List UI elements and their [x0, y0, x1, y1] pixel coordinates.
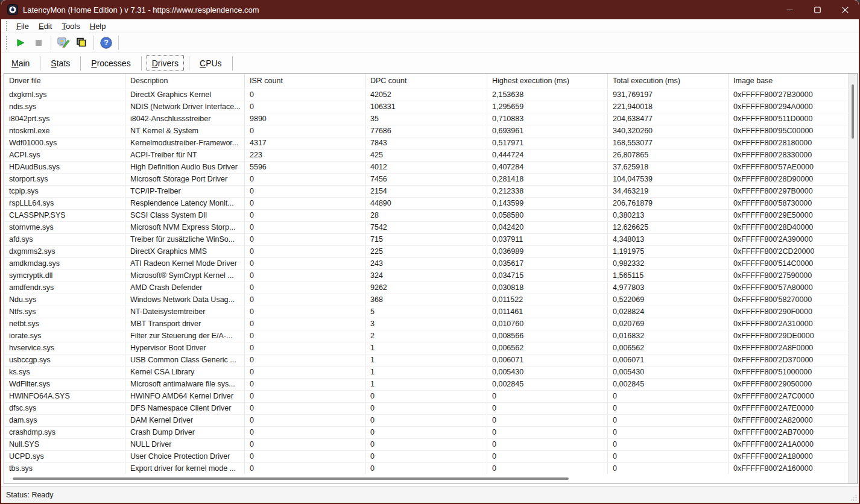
table-cell: UCPD.sys	[4, 451, 125, 462]
menu-item-tools[interactable]: Tools	[57, 20, 84, 32]
table-cell: 7456	[365, 174, 487, 185]
minimize-button[interactable]	[776, 0, 803, 19]
menu-item-edit[interactable]: Edit	[34, 20, 57, 32]
resize-grip-icon[interactable]	[851, 495, 857, 501]
table-row[interactable]: dfsc.sysDFS Namespace Client Driver00000…	[4, 402, 857, 414]
table-row[interactable]: Ntfs.sysNT-Dateisystemtreiber050,0114610…	[4, 306, 857, 318]
table-row[interactable]: ntoskrnl.exeNT Kernel & System0776860,69…	[4, 125, 857, 137]
column-header-description[interactable]: Description	[125, 74, 245, 89]
table-row[interactable]: HDAudBus.sysHigh Definition Audio Bus Dr…	[4, 161, 857, 173]
table-row[interactable]: Ndu.sysWindows Network Data Usag...03680…	[4, 294, 857, 306]
menubar-gripper[interactable]	[6, 21, 9, 31]
help-button[interactable]: ?	[97, 35, 115, 51]
column-header-driver-file[interactable]: Driver file	[4, 74, 125, 89]
tab-processes[interactable]: Processes	[86, 55, 136, 71]
table-cell: dfsc.sys	[4, 403, 125, 414]
vertical-scrollbar-thumb[interactable]	[852, 84, 854, 139]
report-button[interactable]	[72, 35, 90, 51]
toolbar-gripper[interactable]	[6, 36, 9, 49]
table-row[interactable]: ndis.sysNDIS (Network Driver Interface..…	[4, 101, 857, 113]
table-cell: Resplendence Latency Monit...	[125, 198, 245, 209]
table-row[interactable]: storport.sysMicrosoft Storage Port Drive…	[4, 173, 857, 185]
table-cell: Ndu.sys	[4, 294, 125, 306]
table-cell: Microsoft NVM Express Storp...	[125, 222, 245, 233]
table-cell: 0xFFFFF800'2D370000	[729, 354, 857, 366]
table-row[interactable]: dam.sysDAM Kernel Driver00000xFFFFF800'2…	[4, 414, 857, 426]
table-row[interactable]: tcpip.sysTCP/IP-Treiber021540,21233834,4…	[4, 185, 857, 197]
table-cell: 225	[365, 246, 487, 257]
table-row[interactable]: HWiNFO64A.SYSHWiNFO AMD64 Kernel Driver0…	[4, 390, 857, 402]
table-row[interactable]: CLASSPNP.SYSSCSI Class System Dll0280,05…	[4, 209, 857, 221]
table-row[interactable]: netbt.sysMBT Transport driver030,0107600…	[4, 318, 857, 330]
table-row[interactable]: i8042prt.sysi8042-Anschlussstreiber98903…	[4, 113, 857, 125]
menu-item-file[interactable]: File	[11, 20, 34, 32]
table-row[interactable]: hvservice.sysHypervisor Boot Driver010,0…	[4, 342, 857, 354]
tab-cpus[interactable]: CPUs	[194, 55, 227, 71]
table-row[interactable]: crashdmp.sysCrash Dump Driver00000xFFFFF…	[4, 426, 857, 438]
table-row[interactable]: ACPI.sysACPI-Treiber für NT2234250,44472…	[4, 149, 857, 161]
options-button[interactable]	[54, 35, 72, 51]
table-row[interactable]: dxgmms2.sysDirectX Graphics MMS02250,036…	[4, 245, 857, 257]
table-cell: 0xFFFFF800'29DE0000	[729, 330, 857, 342]
titlebar[interactable]: LatencyMon (Home Edition ) v 7.31 - http…	[1, 0, 859, 19]
table-cell: 4012	[365, 162, 487, 173]
table-row[interactable]: Wdf01000.sysKernelmodustreiber-Framewor.…	[4, 137, 857, 149]
table-cell: 1,295659	[487, 101, 608, 113]
table-cell: HDAudBus.sys	[4, 162, 125, 173]
tab-stats[interactable]: Stats	[45, 55, 75, 71]
table-row[interactable]: afd.sysTreiber für zusätzliche WinSo...0…	[4, 233, 857, 245]
table-cell: 0xFFFFF800'2A1A0000	[729, 439, 857, 450]
table-cell: 0	[487, 403, 608, 414]
table-cell: 0,693961	[487, 125, 608, 137]
table-row[interactable]: WdFilter.sysMicrosoft antimalware file s…	[4, 378, 857, 390]
table-cell: 0xFFFFF800'29050000	[729, 379, 857, 390]
table-cell: 0	[245, 270, 365, 282]
tab-drivers[interactable]: Drivers	[147, 55, 184, 71]
tab-separator	[141, 56, 142, 71]
table-row[interactable]: stornvme.sysMicrosoft NVM Express Storp.…	[4, 221, 857, 233]
close-button[interactable]	[831, 0, 859, 19]
table-row[interactable]: ks.sysKernel CSA Library010,0054300,0054…	[4, 366, 857, 378]
table-cell: 0xFFFFF800'2A180000	[729, 451, 857, 462]
column-header-image-base[interactable]: Image base	[729, 74, 857, 89]
table-row[interactable]: UCPD.sysUser Choice Protection Driver000…	[4, 450, 857, 462]
vertical-scrollbar[interactable]	[848, 74, 857, 484]
table-cell: 0xFFFFF800'29E50000	[729, 210, 857, 221]
table-cell: 42052	[365, 89, 487, 101]
column-header-isr-count[interactable]: ISR count	[245, 74, 365, 89]
table-row[interactable]: tbs.sysExport driver for kernel mode ...…	[4, 462, 857, 474]
table-cell: NT Kernel & System	[125, 125, 245, 137]
table-row[interactable]: iorate.sysFilter zur Steuerung der E/A-.…	[4, 330, 857, 342]
table-cell: 0,006562	[487, 342, 608, 354]
horizontal-scrollbar-thumb[interactable]	[13, 477, 569, 480]
column-header-total-execution-ms[interactable]: Total execution (ms)	[608, 74, 729, 89]
horizontal-scrollbar[interactable]	[4, 474, 848, 484]
table-cell: USB Common Class Generic ...	[125, 354, 245, 366]
table-cell: iorate.sys	[4, 330, 125, 342]
stop-icon	[34, 39, 43, 47]
table-row[interactable]: amdfendr.sysAMD Crash Defender092620,030…	[4, 282, 857, 294]
table-row[interactable]: usbccgp.sysUSB Common Class Generic ...0…	[4, 354, 857, 366]
tab-main[interactable]: Main	[6, 55, 35, 71]
table-cell: 7843	[365, 137, 487, 149]
table-cell: 425	[365, 150, 487, 161]
help-icon: ?	[100, 37, 112, 49]
column-header-highest-execution-ms[interactable]: Highest execution (ms)	[487, 74, 608, 89]
table-row[interactable]: symcryptk.dllMicrosoft® SymCrypt Kernel …	[4, 269, 857, 282]
table-cell: 0xFFFFF800'2A160000	[729, 463, 857, 474]
table-cell: 0xFFFFF800'514C0000	[729, 258, 857, 269]
table-cell: 0	[245, 210, 365, 221]
stop-monitor-button[interactable]	[30, 35, 48, 51]
column-header-dpc-count[interactable]: DPC count	[365, 74, 487, 89]
table-row[interactable]: Null.SYSNULL Driver00000xFFFFF800'2A1A00…	[4, 438, 857, 450]
table-row[interactable]: rspLLL64.sysResplendence Latency Monit..…	[4, 197, 857, 209]
table-cell: 168,553077	[608, 137, 729, 149]
table-cell: 0	[245, 367, 365, 378]
start-monitor-button[interactable]	[11, 35, 30, 51]
maximize-button[interactable]	[803, 0, 831, 19]
table-cell: 0	[365, 403, 487, 414]
table-cell: 0,037911	[487, 234, 608, 245]
table-row[interactable]: dxgkrnl.sysDirectX Graphics Kernel042052…	[4, 89, 857, 101]
menu-item-help[interactable]: Help	[85, 20, 111, 32]
table-row[interactable]: amdkmdag.sysATI Radeon Kernel Mode Drive…	[4, 257, 857, 269]
